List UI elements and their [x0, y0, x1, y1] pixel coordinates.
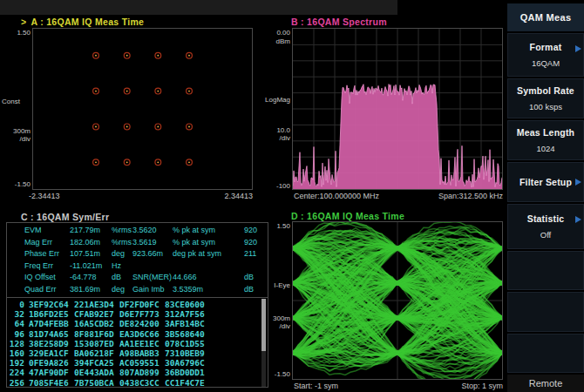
- top-strip: [0, 0, 397, 15]
- panel-b-scale-unit: /div: [260, 134, 290, 142]
- panel-a-axis-name: Const: [2, 98, 20, 105]
- sidebar-button-label: Filter Setup: [519, 177, 572, 187]
- sidebar-button-value: 1024: [536, 144, 554, 153]
- panel-d-stop-label: Stop: 1 sym: [375, 382, 503, 390]
- panel-d-plot: [292, 221, 503, 380]
- panel-a-title: >A : 16QAM IQ Meas Time: [21, 17, 144, 27]
- panel-a-x-min-label: -2.34413: [29, 192, 60, 200]
- submenu-arrow-icon: [575, 216, 581, 223]
- panel-b-scale-label: 10.0: [260, 126, 290, 134]
- sidebar-button-statistic[interactable]: StatisticOff: [507, 204, 584, 249]
- panel-b-title: B : 16QAM Spectrum: [291, 17, 387, 27]
- symbol-table-row: 12838E258D9153087EDAA1EE1EC078C1D55: [7, 339, 261, 348]
- analyzer-screen: >A : 16QAM IQ Meas Time 1.50 Const 300m …: [0, 0, 584, 392]
- eye-diagram-chart: [293, 222, 502, 379]
- symbol-table-row: 9681D74A658F881F6DEA3D6C663B568640: [7, 329, 261, 339]
- panel-b-span-label: Span:312.500 kHz: [375, 192, 503, 200]
- error-table-row: IQ Offset-64.778dBSNR(MER)44.666dB: [7, 272, 268, 284]
- panel-b-ref-label: 0.00: [260, 29, 290, 37]
- sidebar-button-empty-1[interactable]: [507, 251, 584, 290]
- active-trace-marker: >: [21, 17, 26, 27]
- panel-a-scale-unit: /div: [3, 135, 31, 143]
- menu-title: QAM Meas: [507, 3, 584, 31]
- symbol-table-row: 321B6FD2E5CFAB92E7D6E7F773312A7F56: [7, 309, 261, 319]
- panel-d-scale-unit: /div: [260, 322, 290, 330]
- sidebar-button-value: 16QAM: [532, 58, 560, 68]
- panel-d-title: D : 16QAM IQ Meas Time: [291, 211, 404, 221]
- panel-d-scale-label: 300m: [260, 314, 290, 322]
- panel-c-title: C : 16QAM Sym/Err: [21, 212, 109, 222]
- panel-b-y-min-label: -100: [260, 182, 290, 190]
- panel-b-plot: [292, 28, 503, 190]
- symbol-table-row: 160329EA1CFBA06218FA98BABB37310BEB9: [7, 348, 261, 358]
- panel-c-table: EVM217.79m%rms3.5620% pk at sym920Mag Er…: [6, 222, 268, 388]
- constellation-chart: [33, 29, 252, 189]
- panel-a-y-min-label: -1.50: [3, 180, 31, 188]
- sidebar-button-label: Format: [530, 42, 562, 52]
- sidebar-buttons: Format16QAMSymbol Rate100 kspsMeas Lengt…: [507, 33, 584, 373]
- symbol-table-row: 03EF92C64221AE3D4DF2FD0FC83CE0600: [7, 300, 261, 309]
- sidebar-button-value: Off: [540, 230, 552, 240]
- sidebar-button-meas-length[interactable]: Meas Length1024: [507, 120, 584, 160]
- panel-a-y-max-label: 1.50: [3, 29, 31, 37]
- panel-b-axis-name: LogMag: [260, 96, 290, 104]
- symbol-table-row: 2567085F4E67B750BCA0438C3CCCC1F4C7E: [7, 378, 261, 388]
- submenu-arrow-icon: [575, 179, 581, 186]
- error-table-row: Mag Err182.06m%rms3.5619% pk at sym920: [7, 237, 268, 249]
- panel-d-start-label: Start: -1 sym: [294, 382, 338, 390]
- symbol-table-row: 22447AF90DF0E443ADA807AD89936BD0DD1: [7, 368, 261, 377]
- sidebar-button-symbol-rate[interactable]: Symbol Rate100 ksps: [507, 78, 584, 118]
- sidebar-button-label: Meas Length: [517, 127, 574, 138]
- remote-status: Remote: [507, 375, 584, 392]
- panel-b-center-freq-label: Center:100.000000 MHz: [294, 192, 379, 200]
- error-table-row: EVM217.79m%rms3.5620% pk at sym920: [7, 225, 268, 237]
- sidebar-button-format[interactable]: Format16QAM: [507, 33, 584, 77]
- softkey-sidebar: QAM Meas Format16QAMSymbol Rate100 kspsM…: [507, 0, 584, 392]
- symbol-hex-table: 03EF92C64221AE3D4DF2FD0FC83CE0600321B6FD…: [7, 300, 261, 388]
- symbol-table-row: 1920FE9A826394FCA25AC05955130A6796C: [7, 358, 261, 368]
- panel-d-y-min-label: -1.50: [260, 370, 290, 378]
- panel-a-plot: [32, 28, 253, 190]
- sidebar-button-label: Statistic: [527, 213, 565, 224]
- panel-a-x-max-label: 2.34413: [166, 192, 253, 200]
- sidebar-button-label: Symbol Rate: [517, 85, 574, 96]
- sidebar-button-empty-3[interactable]: [507, 334, 584, 373]
- panel-a-scale-label: 300m: [3, 127, 31, 135]
- table-divider: [7, 297, 268, 298]
- sidebar-button-empty-2[interactable]: [507, 292, 584, 331]
- error-table-row: Phase Err107.51mdeg923.66mdeg pk at sym2…: [7, 248, 268, 260]
- panel-b-ref-unit: dBm: [260, 37, 290, 45]
- submenu-arrow-icon: [575, 45, 581, 52]
- sidebar-button-filter-setup[interactable]: Filter Setup: [507, 162, 584, 202]
- symbol-table-row: 64A7D4FEBB16A5CDB2DE8242003AFB14BC: [7, 319, 261, 328]
- error-table-row: Freq Err-11.021mHz: [7, 260, 268, 273]
- spectrum-chart: [293, 29, 502, 189]
- error-summary-table: EVM217.79m%rms3.5620% pk at sym920Mag Er…: [7, 225, 268, 296]
- panel-d-y-max-label: 1.50: [260, 222, 290, 230]
- error-table-row: Quad Err381.69mdegGain Imb3.5359mdB: [7, 284, 268, 296]
- sidebar-button-value: 100 ksps: [529, 102, 562, 112]
- panel-d-axis-name: I-Eye: [260, 281, 290, 289]
